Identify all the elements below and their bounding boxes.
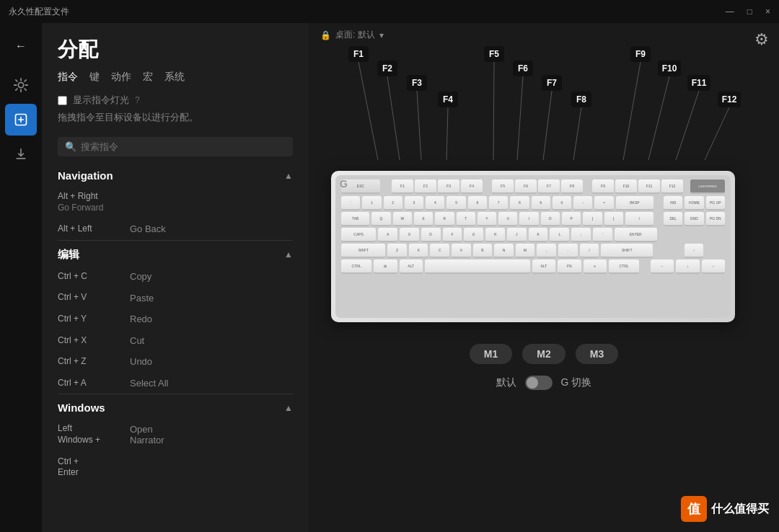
watermark-icon: 值 <box>681 496 707 522</box>
hint-text: 拖拽指令至目标设备以进行分配。 <box>58 111 293 124</box>
cmd-key: Ctrl + Z <box>58 356 130 368</box>
sidebar-item-brightness[interactable] <box>5 69 37 101</box>
panel-tabs: 指令 键 动作 宏 系统 <box>58 71 293 87</box>
svg-line-20 <box>417 91 421 160</box>
section-windows-label: Windows <box>58 402 105 414</box>
cmd-key: Ctrl + Y <box>58 314 130 325</box>
list-item[interactable]: LeftWindows + OpenNarrator <box>42 418 309 451</box>
cmd-key: Ctrl + V <box>58 292 130 303</box>
cmd-key: Ctrl + C <box>58 271 130 283</box>
dropdown-icon[interactable]: ▾ <box>379 30 384 40</box>
maximize-btn[interactable]: □ <box>747 6 752 17</box>
close-btn[interactable]: × <box>765 6 770 17</box>
svg-text:F3: F3 <box>412 78 422 88</box>
app-container: ← <box>0 23 779 532</box>
list-item[interactable]: Ctrl + X Cut <box>42 330 309 352</box>
svg-line-41 <box>648 76 669 160</box>
mode-m2-button[interactable]: M2 <box>522 344 565 364</box>
titlebar-controls[interactable]: — □ × <box>726 6 770 17</box>
default-label: 默认 <box>496 376 516 389</box>
list-item[interactable]: Ctrl + C Copy <box>42 266 309 288</box>
titlebar-left: 永久性配置文件 <box>9 6 69 18</box>
back-button[interactable]: ← <box>5 30 37 62</box>
cmd-label: Select All <box>130 378 168 389</box>
search-input[interactable] <box>81 141 286 152</box>
svg-text:F11: F11 <box>692 78 707 88</box>
list-item[interactable]: Ctrl + Y Redo <box>42 309 309 330</box>
lighting-label: 显示指令灯光 <box>73 94 129 107</box>
cmd-key: Ctrl +Enter <box>58 456 130 479</box>
cmd-label: Undo <box>130 356 152 367</box>
lock-icon: 🔒 <box>320 30 331 40</box>
svg-line-38 <box>623 62 641 160</box>
tab-commands[interactable]: 指令 <box>58 71 78 87</box>
cmd-key: Ctrl + X <box>58 335 130 347</box>
svg-line-29 <box>517 76 523 160</box>
svg-line-32 <box>543 91 552 160</box>
list-item[interactable]: Alt + Left Go Back <box>42 218 309 240</box>
tab-actions[interactable]: 动作 <box>111 71 131 87</box>
cmd-label: OpenNarrator <box>130 424 164 445</box>
switch-row: 默认 G 切换 <box>496 376 592 390</box>
minimize-btn[interactable]: — <box>726 6 734 17</box>
svg-text:F4: F4 <box>443 94 453 105</box>
section-edit[interactable]: 编辑 ▲ <box>42 241 309 266</box>
icon-sidebar: ← <box>0 23 42 532</box>
watermark: 值 什么值得买 <box>681 496 769 522</box>
help-icon: ? <box>135 95 140 105</box>
titlebar-title: 永久性配置文件 <box>9 6 69 18</box>
svg-text:F12: F12 <box>722 94 737 105</box>
main-area: ⚙ 🔒 桌面: 默认 ▾ F1 F2 F3 <box>309 23 779 532</box>
svg-text:F6: F6 <box>518 63 528 74</box>
svg-text:F9: F9 <box>635 49 646 59</box>
keyboard-image: G ESC F1 F2 F3 F4 F5 F6 F7 F8 <box>331 171 735 322</box>
svg-point-0 <box>18 82 23 87</box>
mode-m3-button[interactable]: M3 <box>576 344 618 364</box>
tab-system[interactable]: 系统 <box>164 71 185 87</box>
mode-m1-button[interactable]: M1 <box>470 344 512 364</box>
svg-text:F2: F2 <box>382 63 392 74</box>
svg-line-44 <box>676 91 699 160</box>
sidebar-item-download[interactable] <box>5 138 37 170</box>
titlebar: 永久性配置文件 — □ × <box>0 0 779 23</box>
list-item[interactable]: Ctrl + Z Undo <box>42 351 309 373</box>
checkbox-row: 显示指令灯光 ? <box>58 94 293 107</box>
profile-subtitle: 🔒 桌面: 默认 ▾ <box>320 29 384 41</box>
tab-keys[interactable]: 键 <box>89 71 100 87</box>
settings-button[interactable]: ⚙ <box>754 30 769 49</box>
cmd-label: Go Back <box>130 223 166 234</box>
cmd-label: Redo <box>130 314 152 324</box>
tab-macros[interactable]: 宏 <box>143 71 153 87</box>
list-item[interactable]: Ctrl +Enter <box>42 451 309 484</box>
svg-line-26 <box>493 62 494 160</box>
svg-text:F10: F10 <box>662 63 677 74</box>
section-windows[interactable]: Windows ▲ <box>42 394 309 418</box>
svg-line-23 <box>446 107 448 160</box>
mode-buttons: M1 M2 M3 <box>470 344 618 364</box>
chevron-windows-icon: ▲ <box>284 403 293 413</box>
cmd-key: LeftWindows + <box>58 423 130 445</box>
list-item[interactable]: Ctrl + V Paste <box>42 287 309 309</box>
svg-text:F1: F1 <box>353 49 364 59</box>
svg-line-35 <box>573 107 581 160</box>
cmd-key: Alt + Left <box>58 223 130 235</box>
lighting-checkbox[interactable] <box>58 96 67 105</box>
section-edit-label: 编辑 <box>58 248 79 262</box>
watermark-text: 什么值得买 <box>711 502 769 517</box>
profile-label: 桌面: 默认 <box>335 29 375 41</box>
search-bar[interactable]: 🔍 <box>58 137 293 156</box>
svg-text:F5: F5 <box>489 49 499 59</box>
keyboard-body: ESC F1 F2 F3 F4 F5 F6 F7 F8 F9 F10 <box>335 175 731 318</box>
list-item[interactable]: Ctrl + A Select All <box>42 373 309 394</box>
sidebar-item-assign[interactable] <box>5 104 37 136</box>
keyboard-logo: G <box>340 178 348 190</box>
list-item[interactable]: Alt + RightGo Forward <box>42 186 309 218</box>
profile-toggle[interactable] <box>525 376 553 390</box>
section-navigation-label: Navigation <box>58 169 113 182</box>
svg-line-7 <box>25 80 26 81</box>
command-list: Navigation ▲ Alt + RightGo Forward Alt +… <box>42 159 309 532</box>
section-navigation[interactable]: Navigation ▲ <box>42 162 309 186</box>
chevron-edit-icon: ▲ <box>284 249 293 260</box>
panel-header: 分配 指令 键 动作 宏 系统 显示指令灯光 ? 拖拽指令至目标设备以进行分配。 <box>42 23 309 137</box>
svg-line-47 <box>705 107 729 160</box>
